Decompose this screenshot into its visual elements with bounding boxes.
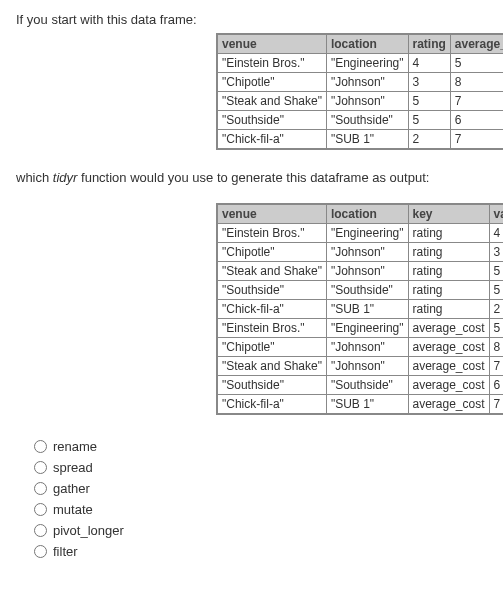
table-cell: 5 (408, 92, 450, 111)
option-mutate[interactable]: mutate (34, 502, 487, 517)
option-pivot-longer[interactable]: pivot_longer (34, 523, 487, 538)
table-cell: "Southside" (326, 111, 408, 130)
table-cell: 5 (450, 54, 503, 73)
col-header: average_cost (450, 34, 503, 54)
table-cell: "Steak and Shake" (217, 262, 326, 281)
table-row: "Southside""Southside"56 (217, 111, 503, 130)
table-cell: 6 (489, 376, 503, 395)
table-cell: "Chipotle" (217, 338, 326, 357)
col-header: location (326, 34, 408, 54)
table-cell: average_cost (408, 376, 489, 395)
table-cell: "Johnson" (326, 357, 408, 376)
table-row: "Chipotle""Johnson"38 (217, 73, 503, 92)
table-row: "Chipotle""Johnson"rating3 (217, 243, 503, 262)
table-row: "Einstein Bros.""Engineering"45 (217, 54, 503, 73)
table-cell: "Steak and Shake" (217, 92, 326, 111)
table-cell: 7 (450, 130, 503, 150)
table-cell: average_cost (408, 395, 489, 415)
table-cell: rating (408, 243, 489, 262)
table-header-row: venue location rating average_cost (217, 34, 503, 54)
col-header: venue (217, 34, 326, 54)
table-cell: "Engineering" (326, 54, 408, 73)
option-rename[interactable]: rename (34, 439, 487, 454)
question-intro: If you start with this data frame: (16, 12, 487, 27)
col-header: key (408, 204, 489, 224)
table-cell: 7 (489, 395, 503, 415)
col-header: rating (408, 34, 450, 54)
table-cell: 7 (450, 92, 503, 111)
table-cell: "Einstein Bros." (217, 54, 326, 73)
col-header: venue (217, 204, 326, 224)
radio-filter[interactable] (34, 545, 47, 558)
table-row: "Steak and Shake""Johnson"57 (217, 92, 503, 111)
input-table: venue location rating average_cost "Eins… (216, 33, 503, 150)
table-cell: average_cost (408, 338, 489, 357)
table-cell: "Chick-fil-a" (217, 395, 326, 415)
table-cell: "Southside" (326, 376, 408, 395)
table-cell: "Einstein Bros." (217, 224, 326, 243)
table-cell: rating (408, 281, 489, 300)
table-cell: 5 (489, 281, 503, 300)
option-label: filter (53, 544, 78, 559)
table-cell: 2 (489, 300, 503, 319)
table-cell: 8 (450, 73, 503, 92)
table-cell: "Engineering" (326, 224, 408, 243)
table-cell: "Johnson" (326, 243, 408, 262)
table-cell: 8 (489, 338, 503, 357)
table-cell: "Steak and Shake" (217, 357, 326, 376)
table-row: "Chick-fil-a""SUB 1"27 (217, 130, 503, 150)
radio-mutate[interactable] (34, 503, 47, 516)
table-row: "Chick-fil-a""SUB 1"rating2 (217, 300, 503, 319)
table-cell: "Chipotle" (217, 73, 326, 92)
radio-rename[interactable] (34, 440, 47, 453)
table-cell: 5 (408, 111, 450, 130)
option-spread[interactable]: spread (34, 460, 487, 475)
table-row: "Einstein Bros.""Engineering"rating4 (217, 224, 503, 243)
table-cell: "Johnson" (326, 73, 408, 92)
radio-spread[interactable] (34, 461, 47, 474)
table-row: "Chipotle""Johnson"average_cost8 (217, 338, 503, 357)
option-filter[interactable]: filter (34, 544, 487, 559)
table-cell: rating (408, 262, 489, 281)
table-cell: average_cost (408, 357, 489, 376)
table-row: "Southside""Southside"average_cost6 (217, 376, 503, 395)
tidyr-emphasis: tidyr (53, 170, 78, 185)
answer-options: renamespreadgathermutatepivot_longerfilt… (34, 439, 487, 559)
table-cell: "Chipotle" (217, 243, 326, 262)
mid-text-after: function would you use to generate this … (77, 170, 429, 185)
radio-gather[interactable] (34, 482, 47, 495)
table-row: "Steak and Shake""Johnson"rating5 (217, 262, 503, 281)
table-cell: "Chick-fil-a" (217, 130, 326, 150)
option-label: pivot_longer (53, 523, 124, 538)
table-header-row: venue location key value (217, 204, 503, 224)
table-cell: 7 (489, 357, 503, 376)
table-cell: 3 (408, 73, 450, 92)
table-cell: "Johnson" (326, 92, 408, 111)
table-cell: 2 (408, 130, 450, 150)
table-cell: 3 (489, 243, 503, 262)
mid-text-before: which (16, 170, 53, 185)
table-cell: average_cost (408, 319, 489, 338)
radio-pivot-longer[interactable] (34, 524, 47, 537)
question-mid: which tidyr function would you use to ge… (16, 170, 487, 185)
table-cell: 5 (489, 319, 503, 338)
table-cell: "SUB 1" (326, 130, 408, 150)
option-gather[interactable]: gather (34, 481, 487, 496)
table-row: "Steak and Shake""Johnson"average_cost7 (217, 357, 503, 376)
table-cell: rating (408, 224, 489, 243)
table-cell: "Johnson" (326, 262, 408, 281)
table-row: "Chick-fil-a""SUB 1"average_cost7 (217, 395, 503, 415)
table-cell: 6 (450, 111, 503, 130)
table-cell: 4 (489, 224, 503, 243)
table-cell: "Southside" (217, 376, 326, 395)
table-cell: "Chick-fil-a" (217, 300, 326, 319)
table-cell: "Einstein Bros." (217, 319, 326, 338)
option-label: mutate (53, 502, 93, 517)
output-table-wrap: venue location key value "Einstein Bros.… (216, 203, 487, 415)
table-cell: "Southside" (217, 111, 326, 130)
option-label: gather (53, 481, 90, 496)
table-cell: rating (408, 300, 489, 319)
table-cell: "Southside" (217, 281, 326, 300)
table-cell: "Southside" (326, 281, 408, 300)
table-cell: 4 (408, 54, 450, 73)
